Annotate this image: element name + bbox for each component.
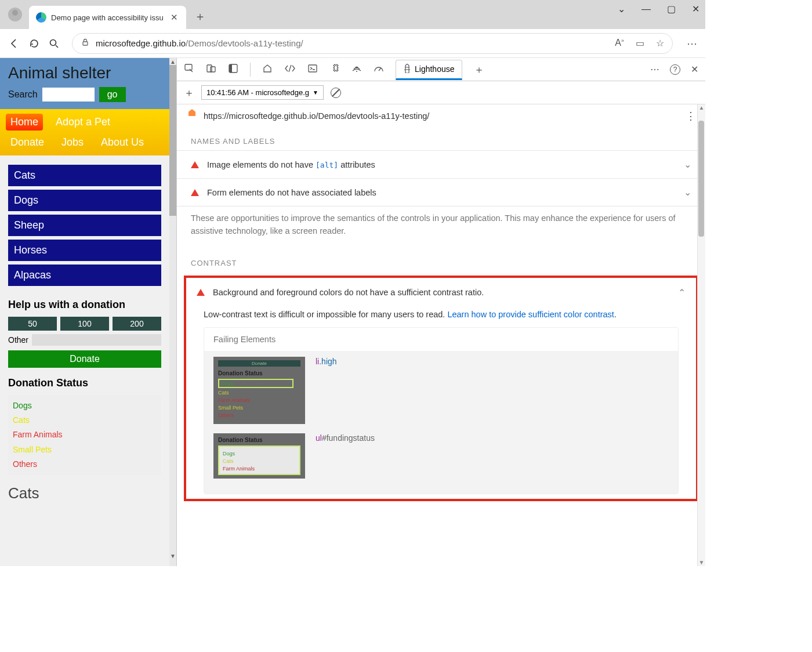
donate-button[interactable]: Donate bbox=[8, 350, 161, 368]
svg-point-9 bbox=[356, 71, 357, 72]
lighthouse-icon bbox=[403, 64, 411, 75]
svg-rect-4 bbox=[207, 65, 212, 72]
section-names-labels: NAMES AND LABELS bbox=[177, 128, 705, 150]
device-toolbar-icon[interactable] bbox=[206, 63, 216, 76]
svg-line-1 bbox=[56, 45, 58, 48]
main-nav: Home Adopt a Pet Donate Jobs About Us bbox=[0, 109, 169, 155]
refresh-button[interactable] bbox=[28, 37, 41, 50]
nav-adopt[interactable]: Adopt a Pet bbox=[51, 114, 115, 131]
cat-link[interactable]: Alpacas bbox=[8, 265, 161, 286]
status-item: Others bbox=[13, 457, 157, 472]
audit-image-alt[interactable]: Image elements do not have [alt] attribu… bbox=[177, 150, 705, 178]
window-controls: ⌄ ― ▢ ✕ bbox=[618, 3, 699, 15]
read-aloud-icon[interactable]: A» bbox=[615, 38, 624, 48]
console-tab-icon[interactable] bbox=[307, 63, 318, 76]
donation-amount[interactable]: 50 bbox=[8, 317, 57, 331]
lighthouse-report: https://microsoftedge.github.io/Demos/de… bbox=[177, 104, 705, 566]
reader-mode-icon[interactable]: ▭ bbox=[636, 38, 644, 49]
window-titlebar: Demo page with accessibility issu ✕ ＋ ⌄ … bbox=[0, 0, 705, 29]
failing-element-row[interactable]: Donate Donation Status Dogs Cats Farm An… bbox=[213, 357, 669, 424]
status-list: Dogs Cats Farm Animals Small Pets Others bbox=[8, 395, 161, 475]
nav-about[interactable]: About Us bbox=[96, 134, 148, 151]
favorite-star-icon[interactable]: ☆ bbox=[656, 38, 664, 49]
add-panel-icon[interactable]: ＋ bbox=[474, 63, 484, 77]
url-text: microsoftedge.github.io/Demos/devtools-a… bbox=[96, 38, 303, 48]
report-url: https://microsoftedge.github.io/Demos/de… bbox=[204, 111, 680, 121]
new-report-icon[interactable]: ＋ bbox=[184, 86, 194, 100]
dock-icon[interactable] bbox=[228, 63, 238, 76]
inspect-icon[interactable] bbox=[184, 63, 194, 76]
fail-triangle-icon bbox=[191, 161, 199, 168]
demo-page-pane: Animal shelter Search go Home Adopt a Pe… bbox=[0, 58, 169, 566]
other-amount-input[interactable] bbox=[32, 334, 161, 346]
donation-amount[interactable]: 200 bbox=[113, 317, 161, 331]
nav-home[interactable]: Home bbox=[6, 114, 43, 131]
search-button[interactable] bbox=[48, 37, 60, 50]
chevron-up-icon: ⌃ bbox=[678, 287, 686, 298]
page-title: Animal shelter bbox=[8, 64, 161, 82]
element-thumbnail: Donation Status Dogs Cats Farm Animals bbox=[213, 433, 305, 479]
element-selector: ul#fundingstatus bbox=[316, 433, 375, 443]
omnibox[interactable]: microsoftedge.github.io/Demos/devtools-a… bbox=[72, 33, 673, 54]
lighthouse-logo-icon bbox=[186, 109, 198, 123]
learn-more-link[interactable]: Learn how to provide sufficient color co… bbox=[447, 310, 614, 319]
svg-rect-7 bbox=[229, 64, 232, 73]
nav-jobs[interactable]: Jobs bbox=[57, 134, 88, 151]
status-item: Dogs bbox=[13, 399, 157, 413]
audit-form-labels[interactable]: Form elements do not have associated lab… bbox=[177, 178, 705, 206]
performance-tab-icon[interactable] bbox=[374, 63, 384, 76]
page-scrollbar[interactable]: ▲ ▼ bbox=[169, 58, 176, 566]
devtools-panel: Lighthouse ＋ ⋯ ? ✕ ＋ 10:41:56 AM - micro… bbox=[176, 58, 705, 566]
network-tab-icon[interactable] bbox=[351, 63, 362, 76]
lighthouse-tab[interactable]: Lighthouse bbox=[396, 60, 462, 80]
fail-triangle-icon bbox=[191, 189, 199, 196]
browser-tab[interactable]: Demo page with accessibility issu ✕ bbox=[29, 6, 186, 29]
edge-favicon bbox=[36, 12, 46, 23]
site-lock-icon[interactable] bbox=[81, 38, 90, 49]
profile-icon[interactable] bbox=[8, 8, 22, 21]
devtools-scrollbar[interactable]: ▲ ▼ bbox=[697, 104, 705, 566]
more-menu-icon[interactable]: ⋯ bbox=[687, 37, 697, 50]
devtools-close-icon[interactable]: ✕ bbox=[691, 64, 698, 75]
cat-link[interactable]: Horses bbox=[8, 240, 161, 261]
svg-rect-2 bbox=[83, 42, 88, 45]
go-button[interactable]: go bbox=[99, 87, 126, 102]
status-item: Farm Animals bbox=[13, 428, 157, 442]
minimize-button[interactable]: ― bbox=[641, 4, 651, 15]
devtools-more-icon[interactable]: ⋯ bbox=[650, 64, 659, 75]
tab-title: Demo page with accessibility issu bbox=[51, 13, 164, 22]
report-selector[interactable]: 10:41:56 AM - microsoftedge.g▼ bbox=[201, 85, 324, 100]
category-list: Cats Dogs Sheep Horses Alpacas bbox=[0, 155, 169, 294]
contrast-description: Low-contrast text is difficult or imposs… bbox=[204, 310, 679, 319]
search-input[interactable] bbox=[42, 88, 95, 102]
close-tab-icon[interactable]: ✕ bbox=[168, 12, 180, 23]
donation-amount[interactable]: 100 bbox=[60, 317, 109, 331]
cat-link[interactable]: Dogs bbox=[8, 190, 161, 211]
cats-heading: Cats bbox=[0, 480, 169, 502]
maximize-button[interactable]: ▢ bbox=[667, 3, 676, 15]
svg-point-0 bbox=[50, 39, 56, 45]
close-window-button[interactable]: ✕ bbox=[692, 3, 699, 15]
report-menu-icon[interactable]: ⋮ bbox=[686, 110, 696, 122]
devtools-help-icon[interactable]: ? bbox=[670, 64, 680, 75]
cat-link[interactable]: Cats bbox=[8, 165, 161, 186]
audit-contrast[interactable]: Background and foreground colors do not … bbox=[186, 280, 696, 305]
failing-elements: Failing Elements Donate Donation Status … bbox=[204, 327, 679, 494]
search-label: Search bbox=[8, 89, 38, 100]
chevron-down-icon[interactable]: ⌄ bbox=[618, 3, 625, 15]
svg-rect-5 bbox=[211, 67, 215, 72]
element-selector: li.high bbox=[316, 357, 337, 366]
fail-triangle-icon bbox=[197, 289, 205, 296]
nav-donate[interactable]: Donate bbox=[6, 134, 49, 151]
cat-link[interactable]: Sheep bbox=[8, 215, 161, 236]
sources-tab-icon[interactable] bbox=[329, 63, 340, 76]
back-button[interactable] bbox=[8, 37, 21, 50]
clear-reports-icon[interactable] bbox=[331, 88, 341, 98]
section-note: These are opportunities to improve the s… bbox=[177, 206, 705, 249]
chevron-down-icon: ⌄ bbox=[684, 159, 691, 170]
elements-tab-icon[interactable] bbox=[284, 64, 296, 75]
welcome-tab-icon[interactable] bbox=[262, 63, 273, 76]
failing-element-row[interactable]: Donation Status Dogs Cats Farm Animals u… bbox=[213, 433, 669, 479]
status-item: Cats bbox=[13, 413, 157, 428]
new-tab-button[interactable]: ＋ bbox=[194, 9, 206, 24]
